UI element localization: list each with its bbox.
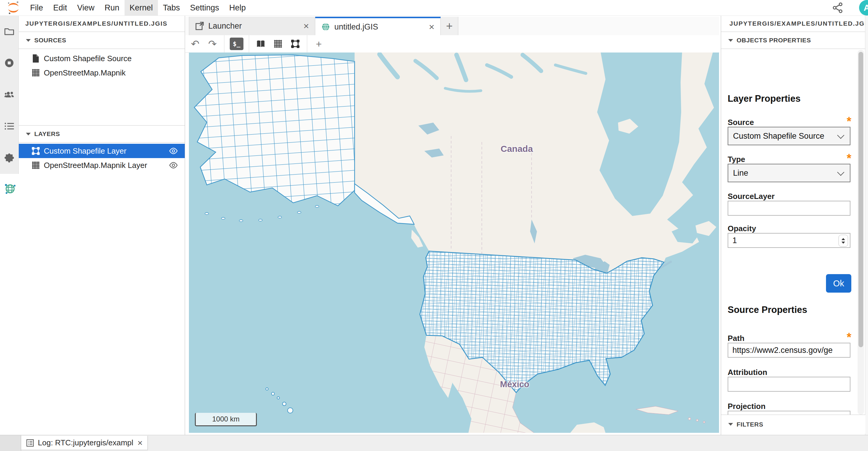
menu-settings[interactable]: Settings — [185, 0, 224, 16]
chevron-down-icon — [837, 132, 844, 139]
main-tab-bar: Launcher × untitled.jGIS × + — [185, 17, 719, 35]
stepper-up-icon[interactable] — [841, 238, 845, 240]
share-icon[interactable] — [832, 2, 843, 14]
map-canvas[interactable]: Canada México 1000 km — [189, 53, 719, 433]
table-of-contents-icon[interactable] — [0, 110, 19, 142]
projection-input[interactable] — [727, 411, 850, 415]
source-properties-heading: Source Properties — [727, 305, 807, 315]
console-button[interactable]: $_ — [230, 37, 243, 50]
path-input[interactable] — [727, 343, 850, 358]
visibility-eye-icon[interactable] — [169, 162, 178, 169]
map-label-mexico: México — [500, 379, 529, 389]
path-field-label: Path * — [727, 334, 851, 343]
toolbar-separator — [249, 35, 249, 53]
panel-scrollbar-thumb[interactable] — [859, 52, 863, 347]
sources-list: Custom Shapefile Source OpenStreetMap.Ma… — [19, 51, 185, 80]
map-label-canada: Canada — [501, 144, 533, 154]
new-tab-button[interactable]: + — [441, 17, 458, 35]
menu-edit[interactable]: Edit — [48, 0, 72, 16]
folder-icon[interactable] — [0, 16, 19, 47]
required-asterisk-icon: * — [846, 118, 851, 124]
log-list-icon — [26, 439, 34, 447]
type-field-label: Type * — [727, 155, 851, 164]
source-item-custom-shapefile[interactable]: Custom Shapefile Source — [19, 51, 185, 66]
chevron-down-icon — [26, 39, 31, 42]
attribution-input[interactable] — [727, 377, 850, 392]
globe-icon — [321, 22, 330, 31]
menu-bar: File Edit View Run Kernel Tabs Settings … — [0, 0, 868, 16]
source-item-openstreetmap[interactable]: OpenStreetMap.Mapnik — [19, 66, 185, 80]
map-render — [189, 53, 719, 433]
number-stepper[interactable] — [838, 235, 848, 247]
source-field-label: Source * — [727, 118, 851, 127]
identify-book-button[interactable] — [254, 37, 268, 51]
status-bottom-bar: Log: RTC:jupytergis/exampl × — [0, 435, 868, 451]
opacity-input[interactable] — [727, 233, 850, 248]
redo-button[interactable]: ↷ — [206, 37, 219, 51]
map-scale-bar: 1000 km — [195, 413, 257, 426]
right-properties-panel: JUPYTERGIS/EXAMPLES/UNTITLED.JGIS OBJECT… — [721, 16, 865, 435]
chevron-down-icon — [26, 133, 31, 135]
layer-item-openstreetmap[interactable]: OpenStreetMap.Mapnik Layer — [19, 158, 185, 172]
toolbar-separator — [307, 35, 307, 53]
close-icon[interactable]: × — [137, 439, 143, 447]
menu-file[interactable]: File — [25, 0, 48, 16]
required-asterisk-icon: * — [846, 155, 851, 161]
tab-launcher[interactable]: Launcher × — [189, 17, 315, 35]
jupyter-logo-icon — [7, 1, 20, 15]
activity-bar — [0, 16, 19, 174]
file-icon — [31, 54, 40, 63]
right-panel-title: JUPYTERGIS/EXAMPLES/UNTITLED.JGIS — [721, 16, 865, 32]
tab-untitled-jgis[interactable]: untitled.jGIS × — [315, 17, 441, 35]
required-asterisk-icon: * — [846, 334, 851, 340]
stepper-down-icon[interactable] — [841, 242, 845, 244]
chevron-down-icon — [837, 169, 844, 176]
bottom-bar-corner — [0, 435, 21, 451]
collaborators-icon[interactable] — [0, 79, 19, 110]
window-scrollbar-track[interactable] — [865, 0, 868, 451]
visibility-eye-icon[interactable] — [169, 148, 178, 154]
layers-section-header[interactable]: LAYERS — [19, 125, 185, 143]
type-select[interactable]: Line — [727, 164, 850, 182]
menu-tabs[interactable]: Tabs — [158, 0, 185, 16]
attribution-field-label: Attribution — [727, 368, 851, 377]
raster-grid-icon — [31, 68, 40, 77]
menu-kernel[interactable]: Kernel — [125, 0, 158, 16]
jupytergis-globe-icon[interactable] — [4, 182, 17, 196]
launcher-icon — [195, 22, 204, 30]
chevron-down-icon — [728, 423, 733, 426]
sourcelayer-input[interactable] — [727, 201, 850, 216]
chevron-down-icon — [728, 39, 733, 42]
menu-view[interactable]: View — [72, 0, 99, 16]
map-toolbar: ↶ ↷ $_ + — [185, 35, 719, 53]
avatar[interactable]: A — [859, 0, 868, 16]
objects-properties-section-header[interactable]: OBJECTS PROPERTIES — [721, 32, 865, 49]
layer-item-custom-shapefile[interactable]: Custom Shapefile Layer — [19, 144, 185, 158]
close-icon[interactable]: × — [429, 22, 434, 32]
sources-section-header[interactable]: SOURCES — [19, 32, 185, 49]
add-layer-button[interactable]: + — [312, 37, 326, 51]
close-icon[interactable]: × — [303, 21, 309, 31]
left-sidebar-panel: JUPYTERGIS/EXAMPLES/UNTITLED.JGIS SOURCE… — [19, 16, 185, 435]
source-select[interactable]: Custom Shapefile Source — [727, 127, 850, 145]
log-console-tab[interactable]: Log: RTC:jupytergis/exampl × — [21, 436, 148, 450]
extensions-puzzle-icon[interactable] — [0, 142, 19, 174]
left-panel-title: JUPYTERGIS/EXAMPLES/UNTITLED.JGIS — [19, 16, 185, 32]
sourcelayer-field-label: SourceLayer — [727, 192, 851, 201]
filters-section-header[interactable]: FILTERS — [721, 415, 865, 434]
projection-field-label: Projection — [727, 402, 851, 411]
properties-form: Layer Properties Source * Custom Shapefi… — [721, 49, 865, 415]
running-kernels-icon[interactable] — [0, 47, 19, 79]
menu-help[interactable]: Help — [224, 0, 251, 16]
ok-button[interactable]: Ok — [826, 274, 851, 292]
vector-square-icon — [31, 146, 40, 156]
opacity-field-label: Opacity — [727, 224, 851, 233]
toolbar-separator — [224, 35, 224, 53]
menu-run[interactable]: Run — [99, 0, 125, 16]
undo-button[interactable]: ↶ — [188, 37, 202, 51]
layer-properties-heading: Layer Properties — [727, 93, 801, 104]
vector-select-button[interactable] — [288, 37, 302, 51]
raster-grid-button[interactable] — [271, 37, 285, 51]
raster-grid-icon — [31, 161, 40, 170]
